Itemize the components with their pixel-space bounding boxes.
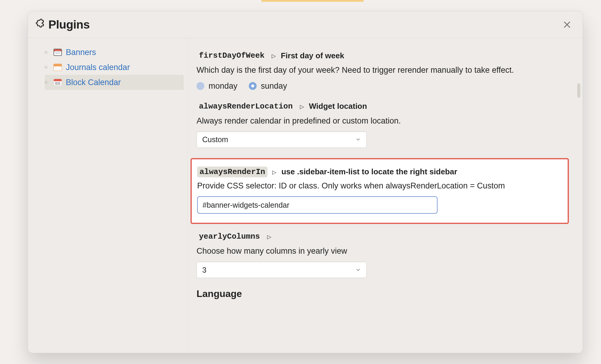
bullet-icon [45, 81, 47, 84]
bullet-icon [45, 66, 47, 69]
titlebar: Plugins [28, 11, 583, 38]
setting-key: yearlyColumns [197, 231, 262, 242]
select-value: 3 [202, 266, 206, 274]
setting-description: Choose how many columns in yearly view [197, 246, 545, 257]
block-calendar-plugin-icon [53, 77, 63, 87]
caret-right-icon: ▷ [267, 234, 271, 240]
setting-yearly-columns: yearlyColumns ▷ Choose how many columns … [197, 231, 572, 278]
select-yearly-columns[interactable]: 3 [197, 262, 367, 278]
modal-title: Plugins [48, 18, 90, 31]
content-pane: firstDayOfWeek ▷ First day of week Which… [187, 38, 583, 353]
banners-plugin-icon [53, 47, 63, 57]
setting-title: First day of week [281, 51, 344, 60]
radio-monday[interactable]: monday [197, 81, 237, 91]
sidebar-item-block-calendar[interactable]: Block Calendar [45, 75, 184, 90]
select-value: Custom [202, 135, 228, 144]
close-button[interactable] [560, 18, 574, 31]
caret-right-icon: ▷ [272, 53, 276, 59]
setting-first-day-of-week: firstDayOfWeek ▷ First day of week Which… [197, 50, 572, 91]
setting-header: yearlyColumns ▷ [197, 231, 572, 242]
setting-key: firstDayOfWeek [197, 50, 267, 61]
close-icon [563, 20, 572, 29]
modal-body: Banners Journals calendar Block Calendar… [28, 38, 583, 353]
setting-description: Always render calendar in predefined or … [197, 115, 545, 127]
setting-header: alwaysRenderLocation ▷ Widget location [197, 101, 572, 112]
chevron-down-icon [355, 266, 361, 274]
chevron-down-icon [355, 135, 361, 144]
setting-header: firstDayOfWeek ▷ First day of week [197, 50, 572, 61]
setting-title: Widget location [309, 102, 367, 111]
radio-label: monday [209, 81, 237, 91]
setting-key: alwaysRenderLocation [197, 101, 295, 112]
radio-group-first-day: monday sunday [197, 81, 572, 91]
radio-dot-icon [197, 82, 204, 90]
bullet-icon [45, 51, 47, 54]
input-css-selector[interactable] [197, 196, 438, 214]
plugins-modal: Plugins Banners Journals calendar Bl [28, 11, 583, 353]
puzzle-icon [34, 19, 45, 31]
sidebar-item-journals-calendar[interactable]: Journals calendar [45, 60, 184, 75]
setting-key: alwaysRenderIn [197, 167, 267, 177]
setting-always-render-location: alwaysRenderLocation ▷ Widget location A… [197, 101, 572, 148]
journals-calendar-plugin-icon [53, 62, 63, 72]
setting-description: Provide CSS selector: ID or class. Only … [197, 180, 546, 192]
sidebar-item-label: Block Calendar [66, 78, 121, 87]
sidebar-item-label: Journals calendar [66, 63, 130, 72]
select-widget-location[interactable]: Custom [197, 132, 367, 148]
radio-label: sunday [261, 81, 287, 91]
setting-title: use .sidebar-item-list to locate the rig… [281, 167, 457, 176]
title-left: Plugins [34, 18, 90, 31]
scrollbar-thumb[interactable] [577, 83, 580, 98]
sidebar: Banners Journals calendar Block Calendar [28, 38, 187, 353]
top-accent-bar [261, 0, 364, 2]
section-heading-language: Language [197, 288, 572, 299]
caret-right-icon: ▷ [300, 103, 304, 110]
sidebar-item-banners[interactable]: Banners [45, 45, 184, 60]
sidebar-item-label: Banners [66, 48, 96, 57]
caret-right-icon: ▷ [272, 169, 276, 176]
setting-description: Which day is the first day of your week?… [197, 65, 545, 76]
setting-always-render-in-highlight: alwaysRenderIn ▷ use .sidebar-item-list … [191, 158, 569, 224]
radio-dot-icon [249, 82, 257, 90]
setting-header: alwaysRenderIn ▷ use .sidebar-item-list … [197, 167, 561, 177]
radio-sunday[interactable]: sunday [249, 81, 287, 91]
